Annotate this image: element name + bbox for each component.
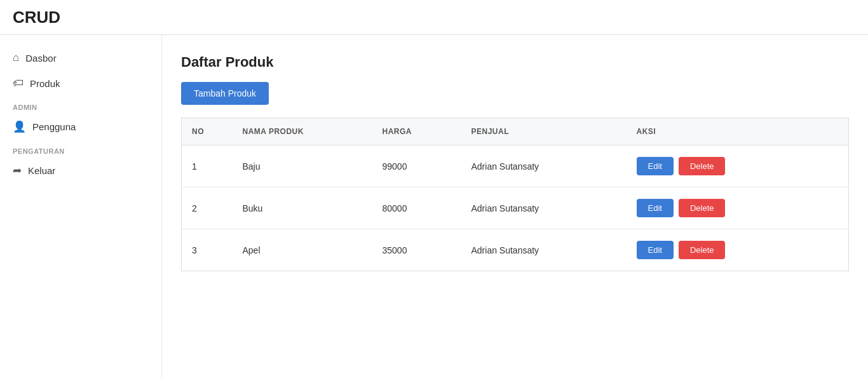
sidebar-item-dasbor[interactable]: ⌂ Dasbor [0,45,161,71]
sidebar-item-keluar[interactable]: ➦ Keluar [0,158,161,184]
delete-button[interactable]: Delete [679,157,726,175]
page-title: Daftar Produk [181,54,849,71]
edit-button[interactable]: Edit [637,157,674,175]
add-product-button[interactable]: Tambah Produk [181,82,269,105]
col-header-seller: PENJUAL [461,118,627,145]
topbar: CRUD [0,0,868,35]
cell-action: Edit Delete [627,187,849,229]
sidebar-item-label: Dasbor [25,53,56,64]
logout-icon: ➦ [13,164,22,177]
cell-name: Apel [233,229,372,271]
cell-seller: Adrian Sutansaty [461,187,627,229]
app-title: CRUD [13,8,60,27]
table-row: 2 Buku 80000 Adrian Sutansaty Edit Delet… [182,187,849,229]
admin-section-label: ADMIN [0,96,161,114]
cell-action: Edit Delete [627,229,849,271]
cell-name: Buku [233,187,372,229]
settings-section-label: PENGATURAN [0,140,161,158]
col-header-no: NO [182,118,233,145]
cell-price: 99000 [372,145,461,187]
sidebar: ⌂ Dasbor 🏷 Produk ADMIN 👤 Pengguna PENGA… [0,35,162,378]
cell-name: Baju [233,145,372,187]
col-header-price: HARGA [372,118,461,145]
cell-no: 2 [182,187,233,229]
main-content: Daftar Produk Tambah Produk NO NAMA PROD… [162,35,868,378]
home-icon: ⌂ [13,51,19,64]
col-header-name: NAMA PRODUK [233,118,372,145]
sidebar-item-produk[interactable]: 🏷 Produk [0,71,161,96]
edit-button[interactable]: Edit [637,199,674,217]
sidebar-item-pengguna[interactable]: 👤 Pengguna [0,114,161,140]
cell-price: 80000 [372,187,461,229]
cell-seller: Adrian Sutansaty [461,145,627,187]
cell-price: 35000 [372,229,461,271]
sidebar-item-label: Keluar [28,165,55,176]
cell-action: Edit Delete [627,145,849,187]
cell-no: 3 [182,229,233,271]
sidebar-item-label: Pengguna [32,121,76,132]
table-header-row: NO NAMA PRODUK HARGA PENJUAL AKSI [182,118,849,145]
table-row: 1 Baju 99000 Adrian Sutansaty Edit Delet… [182,145,849,187]
table-body: 1 Baju 99000 Adrian Sutansaty Edit Delet… [182,145,849,271]
col-header-action: AKSI [627,118,849,145]
sidebar-item-label: Produk [30,78,60,89]
tag-icon: 🏷 [13,77,24,90]
delete-button[interactable]: Delete [679,241,726,259]
product-table: NO NAMA PRODUK HARGA PENJUAL AKSI 1 Baju… [181,118,849,271]
edit-button[interactable]: Edit [637,241,674,259]
table-row: 3 Apel 35000 Adrian Sutansaty Edit Delet… [182,229,849,271]
layout: ⌂ Dasbor 🏷 Produk ADMIN 👤 Pengguna PENGA… [0,35,868,378]
cell-seller: Adrian Sutansaty [461,229,627,271]
person-icon: 👤 [13,120,26,133]
cell-no: 1 [182,145,233,187]
delete-button[interactable]: Delete [679,199,726,217]
